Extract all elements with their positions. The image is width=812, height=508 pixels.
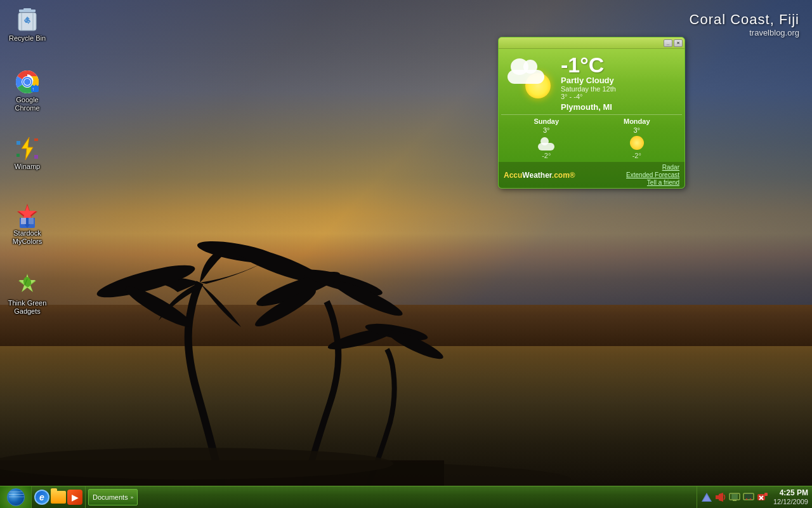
stardock-label: Stardock MyColors — [8, 229, 47, 246]
file-manager-icon — [51, 491, 66, 504]
water-reflection — [0, 346, 812, 486]
svg-point-10 — [364, 320, 429, 344]
tray-close-icon[interactable] — [757, 491, 768, 503]
svg-rect-47 — [733, 500, 737, 501]
stardock-icon — [15, 203, 40, 228]
weather-date: Saturday the 12th — [561, 85, 681, 93]
forecast-monday-label: Monday — [624, 117, 650, 125]
forecast-sunday-label: Sunday — [534, 117, 559, 125]
forecast-monday-lo: -2° — [632, 152, 641, 159]
documents-taskbar-button[interactable]: Documents » — [88, 489, 138, 505]
media-player-icon: ▶ — [67, 490, 82, 505]
recycle-bin-label: Recycle Bin — [9, 34, 46, 43]
weather-forecast: Sunday 3° -2° Monday 3° — [501, 114, 682, 162]
chrome-icon: ↑ — [15, 69, 40, 95]
winamp-icon — [15, 136, 40, 161]
location-text: Coral Coast, Fiji travelblog.org — [690, 11, 799, 37]
documents-arrow: » — [131, 495, 133, 500]
internet-explorer-icon: e — [34, 490, 49, 505]
forecast-sunday-lo-val: -2° — [542, 152, 551, 159]
svg-rect-28 — [16, 154, 20, 157]
svg-rect-55 — [764, 493, 768, 496]
weather-location: Plymouth, MI — [561, 102, 681, 112]
start-button[interactable] — [0, 486, 32, 509]
svg-rect-30 — [34, 155, 38, 159]
tray-back-icon[interactable] — [701, 491, 712, 503]
weather-cloud-icon — [504, 57, 549, 84]
svg-rect-51 — [750, 498, 751, 500]
accu-text: Accu — [504, 171, 522, 180]
tray-volume-icon[interactable] — [715, 491, 726, 503]
clock-time: 4:25 PM — [780, 488, 808, 497]
svg-rect-49 — [745, 494, 752, 499]
accuweather-logo: AccuWeather.com® — [504, 171, 575, 180]
desktop: Coral Coast, Fiji travelblog.org Recycle… — [0, 0, 812, 508]
tray-screen-icon[interactable] — [729, 491, 740, 503]
weather-icon-area — [501, 54, 558, 105]
weather-main: -1°C Partly Cloudy Saturday the 12th 3° … — [499, 49, 684, 114]
tray-network-icon[interactable] — [743, 491, 754, 503]
svg-rect-50 — [746, 498, 747, 500]
quick-launch-bar: e ▶ — [32, 486, 86, 509]
sky-overlay — [0, 0, 812, 305]
weather-widget: _ × -1°C Partly Cloudy Saturday the 12th… — [498, 37, 685, 189]
documents-label: Documents — [93, 493, 128, 501]
taskbar: e ▶ Documents » — [0, 486, 812, 508]
weather-minimize-button[interactable]: _ — [664, 39, 672, 47]
weather-info: -1°C Partly Cloudy Saturday the 12th 3° … — [558, 54, 681, 112]
radar-link[interactable]: Radar — [662, 164, 679, 171]
forecast-day-monday: Monday 3° -2° — [592, 117, 683, 159]
winamp-label: Winamp — [15, 163, 40, 171]
weather-footer: AccuWeather.com® Radar Extended Forecast… — [499, 162, 684, 188]
forecast-day-sunday: Sunday 3° -2° — [501, 117, 592, 159]
forecast-monday-icon — [627, 135, 646, 150]
svg-marker-44 — [719, 493, 723, 502]
desktop-icon-think-green-gadgets[interactable]: Think Green Gadgets — [5, 270, 49, 318]
svg-rect-27 — [16, 141, 20, 145]
dot-com: .com® — [552, 171, 575, 180]
forecast-monday-hi: 3° — [633, 126, 640, 134]
thinkgreen-label: Think Green Gadgets — [8, 299, 47, 316]
tell-friend-link[interactable]: Tell a friend — [647, 179, 679, 186]
weather-links: Radar Extended Forecast Tell a friend — [626, 164, 679, 186]
desktop-icon-stardock-mycolors[interactable]: Stardock MyColors — [5, 200, 49, 248]
weather-condition: Partly Cloudy — [561, 76, 681, 85]
media-quicklaunch-icon[interactable]: ▶ — [67, 490, 82, 505]
svg-point-22 — [24, 79, 30, 85]
city-name: Coral Coast, Fiji — [690, 11, 799, 28]
forecast-sunday-icon — [537, 135, 556, 150]
weather-temperature: -1°C — [561, 54, 681, 76]
thinkgreen-icon — [15, 272, 40, 298]
svg-rect-36 — [29, 218, 34, 224]
svg-text:↑: ↑ — [32, 86, 34, 92]
svg-rect-35 — [21, 218, 26, 224]
weather-text: Weather — [522, 171, 551, 180]
system-tray: 4:25 PM 12/12/2009 — [697, 486, 812, 509]
taskbar-apps: Documents » — [86, 486, 697, 509]
forecast-monday-lo-val: -2° — [632, 152, 641, 159]
forecast-monday-temps: 3° — [633, 126, 640, 134]
weather-titlebar: _ × — [499, 37, 684, 49]
svg-rect-46 — [731, 494, 738, 499]
recycle-bin-icon — [15, 8, 40, 33]
desktop-icon-google-chrome[interactable]: ↑ Google Chrome — [5, 67, 49, 115]
extended-forecast-link[interactable]: Extended Forecast — [626, 171, 679, 178]
svg-rect-29 — [34, 138, 38, 141]
svg-rect-15 — [23, 8, 31, 10]
forecast-sunday-lo: -2° — [542, 152, 551, 159]
svg-rect-43 — [716, 495, 719, 499]
clock-date: 12/12/2009 — [773, 498, 808, 506]
forecast-sunday-hi: 3° — [543, 126, 550, 134]
start-globe-icon — [7, 488, 25, 506]
forecast-sunday-temps: 3° — [543, 126, 550, 134]
weather-range: 3° - -4° — [561, 93, 681, 100]
folder-quicklaunch-icon[interactable] — [51, 490, 66, 505]
desktop-icon-recycle-bin[interactable]: Recycle Bin — [5, 5, 49, 45]
chrome-label: Google Chrome — [8, 96, 47, 112]
ie-quicklaunch-icon[interactable]: e — [34, 490, 49, 505]
desktop-icon-winamp[interactable]: Winamp — [5, 133, 49, 173]
weather-close-button[interactable]: × — [674, 39, 683, 47]
site-name: travelblog.org — [690, 28, 799, 37]
svg-marker-26 — [22, 137, 33, 160]
clock[interactable]: 4:25 PM 12/12/2009 — [773, 488, 808, 506]
